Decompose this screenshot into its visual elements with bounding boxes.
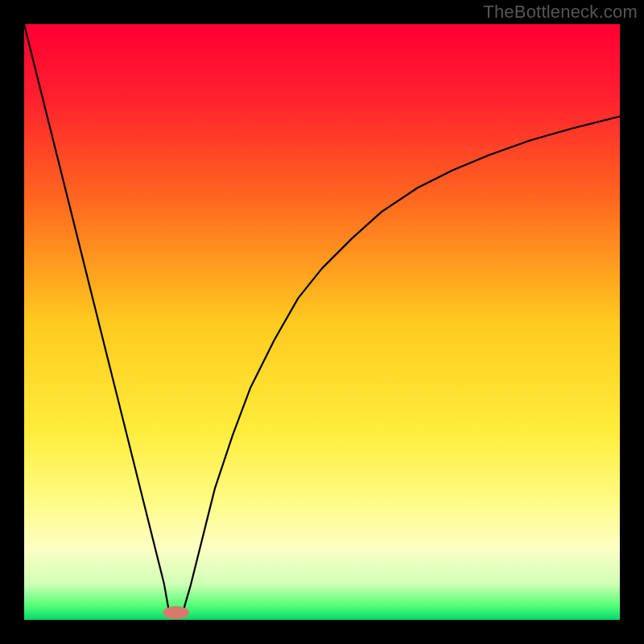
watermark-text: TheBottleneck.com <box>483 2 638 23</box>
chart-background <box>24 24 620 620</box>
chart-frame: TheBottleneck.com <box>0 0 644 644</box>
optimal-point-marker <box>163 606 189 619</box>
chart-svg <box>24 24 620 620</box>
plot-area <box>24 24 620 620</box>
